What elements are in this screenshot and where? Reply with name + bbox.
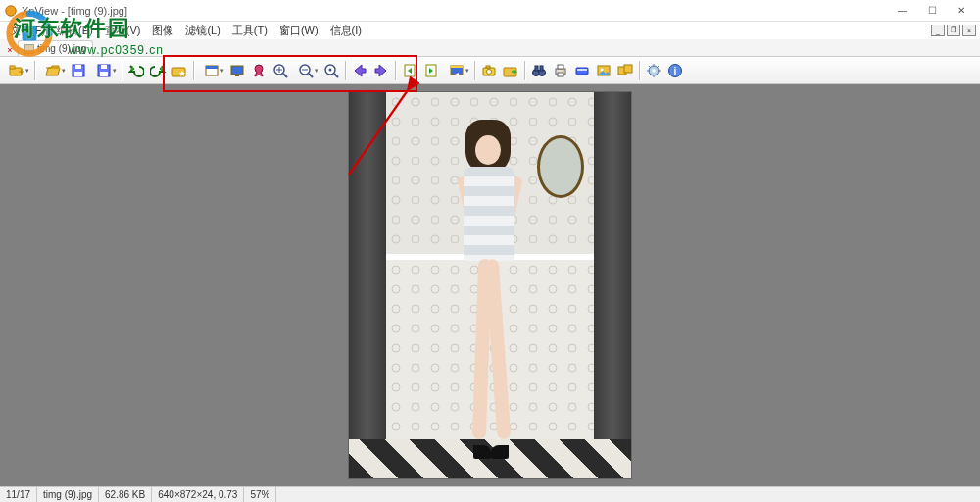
tab-close-all[interactable]: ×	[4, 44, 16, 56]
zoom-reset-button[interactable]	[320, 60, 342, 81]
tabbar: × timg (9).jpg	[0, 39, 980, 57]
acquire-button[interactable]	[478, 60, 500, 81]
menu-filter[interactable]: 滤镜(L)	[179, 24, 225, 38]
undo-icon	[128, 63, 144, 78]
menu-image[interactable]: 图像	[146, 24, 179, 38]
svg-rect-30	[540, 66, 543, 71]
arrow-right-icon	[373, 63, 389, 78]
settings-button[interactable]	[643, 60, 664, 81]
zoom-out-button[interactable]	[291, 60, 320, 81]
page-last-icon	[423, 63, 439, 78]
mdi-restore[interactable]: ❐	[947, 25, 960, 36]
mdi-close[interactable]: ×	[962, 25, 976, 36]
camera-icon	[481, 63, 497, 78]
slideshow-button[interactable]	[442, 60, 471, 81]
maximize-button[interactable]: ☐	[917, 2, 947, 20]
menu-window[interactable]: 窗口(W)	[273, 24, 324, 38]
svg-point-34	[563, 70, 564, 72]
printer-icon	[553, 63, 568, 78]
zoom-in-button[interactable]	[270, 60, 291, 81]
svg-rect-36	[577, 69, 587, 71]
scanner-button[interactable]	[571, 60, 593, 81]
redo-button[interactable]	[147, 60, 169, 81]
page-first-icon	[402, 63, 417, 78]
minimize-button[interactable]: —	[888, 2, 917, 20]
find-button[interactable]	[528, 60, 550, 81]
last-page-button[interactable]	[420, 60, 442, 81]
favorites-button[interactable]	[169, 60, 190, 81]
undo-button[interactable]	[125, 60, 147, 81]
prev-file-button[interactable]	[349, 60, 370, 81]
open-button[interactable]	[38, 60, 68, 81]
compare-button[interactable]	[614, 60, 636, 81]
menubar: 文件(F) 编辑(E) 查看(V) 图像 滤镜(L) 工具(T) 窗口(W) 信…	[0, 22, 980, 39]
image-content	[349, 92, 631, 478]
svg-rect-8	[100, 72, 108, 76]
zoom-out-icon	[298, 63, 314, 78]
first-page-button[interactable]	[399, 60, 420, 81]
fit-window-button[interactable]	[197, 60, 226, 81]
scanner-icon	[574, 63, 590, 78]
svg-rect-25	[486, 66, 490, 68]
toolbar: i	[0, 57, 980, 84]
status-dimensions: 640×872×24, 0.73	[152, 487, 244, 502]
menu-view[interactable]: 查看(V)	[99, 24, 147, 38]
folder-tree-icon	[9, 63, 24, 78]
statusbar: 11/17 timg (9).jpg 62.86 KB 640×872×24, …	[0, 486, 980, 502]
info-icon: i	[667, 63, 683, 78]
status-index: 11/17	[0, 487, 37, 502]
status-zoom: 57%	[244, 487, 276, 502]
browse-button[interactable]	[2, 60, 31, 81]
status-filesize: 62.86 KB	[99, 487, 152, 502]
svg-rect-29	[535, 66, 538, 71]
svg-rect-13	[235, 75, 239, 76]
folder-open-icon	[45, 63, 61, 78]
svg-rect-22	[451, 66, 463, 68]
image-viewport[interactable]	[0, 84, 980, 486]
svg-rect-32	[558, 65, 564, 69]
gear-icon	[646, 63, 662, 78]
save-button[interactable]	[68, 60, 89, 81]
binoculars-icon	[531, 63, 547, 78]
mdi-minimize[interactable]: _	[931, 25, 945, 36]
menu-tools[interactable]: 工具(T)	[226, 24, 273, 38]
fullscreen-button[interactable]	[226, 60, 248, 81]
zoom-reset-icon	[323, 63, 339, 78]
mdi-controls: _ ❐ ×	[929, 25, 976, 36]
menu-info[interactable]: 信息(I)	[324, 24, 368, 38]
menu-file[interactable]: 文件(F)	[4, 24, 51, 38]
svg-rect-11	[206, 66, 218, 69]
folder-go-icon	[503, 63, 518, 78]
fit-icon	[204, 63, 220, 78]
menu-edit[interactable]: 编辑(E)	[51, 24, 99, 38]
status-filename: timg (9).jpg	[37, 487, 99, 502]
svg-rect-12	[231, 66, 243, 75]
svg-rect-4	[75, 65, 81, 69]
slideshow-icon	[449, 63, 465, 78]
svg-point-14	[255, 65, 263, 73]
next-file-button[interactable]	[370, 60, 392, 81]
svg-point-18	[329, 69, 332, 72]
tab-image[interactable]: timg (9).jpg	[18, 40, 93, 56]
svg-rect-40	[624, 65, 632, 73]
svg-rect-7	[101, 65, 107, 69]
wallpaper-button[interactable]	[593, 60, 614, 81]
redo-icon	[150, 63, 166, 78]
image-pair-icon	[617, 63, 633, 78]
about-button[interactable]: i	[664, 60, 686, 81]
picture-icon	[596, 63, 612, 78]
titlebar: XnView - [timg (9).jpg] — ☐ ✕	[0, 0, 980, 22]
arrow-left-icon	[352, 63, 368, 78]
close-button[interactable]: ✕	[947, 2, 976, 20]
window-title: XnView - [timg (9).jpg]	[22, 5, 888, 17]
no-fit-button[interactable]	[248, 60, 270, 81]
tab-label: timg (9).jpg	[37, 43, 86, 54]
svg-point-24	[487, 70, 492, 75]
folder-star-icon	[172, 63, 187, 78]
app-icon	[4, 4, 18, 18]
save-as-button[interactable]	[89, 60, 119, 81]
explorer-button[interactable]	[500, 60, 521, 81]
print-button[interactable]	[550, 60, 571, 81]
floppy-plus-icon	[96, 63, 112, 78]
medal-icon	[251, 63, 267, 78]
